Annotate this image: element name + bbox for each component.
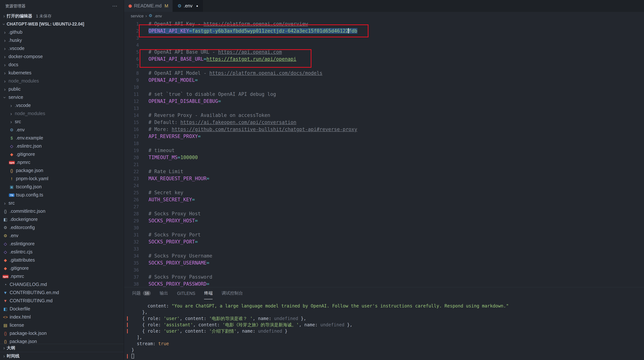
- tree-folder-.vscode[interactable]: ›.vscode: [0, 101, 124, 109]
- code-line-31[interactable]: 31# Socks Proxy Port: [124, 231, 644, 238]
- code-line-2[interactable]: 2OPENAI_API_KEY=fastgpt-y6b3axfbdd5wyp01…: [124, 27, 644, 34]
- terminal-line: },: [132, 309, 644, 316]
- code-line-27[interactable]: 27: [124, 203, 644, 210]
- code-line-38[interactable]: 38SOCKS_PROXY_PASSWORD=: [124, 281, 644, 287]
- tree-file-.dockerignore[interactable]: ◧.dockerignore: [0, 215, 124, 224]
- code-line-30[interactable]: 30: [124, 224, 644, 231]
- tree-folder-src[interactable]: ›src: [0, 118, 124, 126]
- code-line-14[interactable]: 14# Reverse Proxy - Available on accessT…: [124, 112, 644, 119]
- tree-file-CHANGELOG.md[interactable]: ◔CHANGELOG.md: [0, 281, 124, 289]
- code-line-37[interactable]: 37# Socks Proxy Password: [124, 273, 644, 281]
- tree-file-.eslintrc.json[interactable]: ◇.eslintrc.json: [0, 142, 124, 150]
- timeline-section[interactable]: › 时间线: [0, 352, 124, 360]
- tree-folder-service[interactable]: ›service: [0, 93, 124, 101]
- line-number: 25: [124, 189, 139, 196]
- tree-file-.npmrc[interactable]: npm.npmrc: [0, 272, 124, 281]
- outline-section[interactable]: › 大纲: [0, 344, 124, 352]
- code-line-15[interactable]: 15# Default: https://ai.fakeopen.com/api…: [124, 119, 644, 126]
- tree-file-.editorconfig[interactable]: ⚙.editorconfig: [0, 224, 124, 232]
- tree-folder-docker-compose[interactable]: ›docker-compose: [0, 52, 124, 61]
- panel-tab-output[interactable]: 输出: [160, 288, 168, 299]
- breadcrumb-folder[interactable]: service: [131, 13, 144, 18]
- panel-tab-debug-console[interactable]: 调试控制台: [222, 288, 243, 299]
- tab-env[interactable]: ⚙ .env ●: [173, 0, 203, 12]
- tree-file-.eslintignore[interactable]: ◇.eslintignore: [0, 240, 124, 248]
- code-line-16[interactable]: 16# More: https://github.com/transitive-…: [124, 126, 644, 133]
- tree-file-index.html[interactable]: <>index.html: [0, 313, 124, 321]
- workspace-section[interactable]: › CHATGPT-WEB [WSL: UBUNTU-22.04]: [0, 20, 124, 28]
- code-line-8[interactable]: 8# OpenAI API Model - https://platform.o…: [124, 69, 644, 77]
- tree-file-package.json[interactable]: {}package.json: [0, 338, 124, 344]
- tree-file-.gitattributes[interactable]: ◆.gitattributes: [0, 256, 124, 264]
- code-editor[interactable]: 1# OpenAI API Key - https://platform.ope…: [124, 19, 644, 287]
- code-line-32[interactable]: 32SOCKS_PROXY_PORT=: [124, 238, 644, 245]
- panel-tab-gitlens[interactable]: GITLENS: [177, 288, 195, 299]
- tree-folder-.github[interactable]: ›.github: [0, 28, 124, 36]
- tree-folder-node_modules[interactable]: ›node_modules: [0, 109, 124, 118]
- tree-file-.gitignore[interactable]: ◆.gitignore: [0, 150, 124, 158]
- tab-readme-md[interactable]: README.md M: [124, 0, 173, 12]
- code-line-6[interactable]: 6OPENAI_API_BASE_URL=https://fastgpt.run…: [124, 55, 644, 62]
- code-line-17[interactable]: 17API_REVERSE_PROXY=: [124, 133, 644, 140]
- tree-file-Dockerfile[interactable]: ◧Dockerfile: [0, 305, 124, 313]
- code-line-33[interactable]: 33: [124, 245, 644, 252]
- tree-file-.env[interactable]: ⚙.env: [0, 126, 124, 134]
- excl-icon: !: [8, 176, 15, 181]
- more-actions-icon[interactable]: ⋯: [112, 3, 118, 9]
- code-line-34[interactable]: 34# Socks Proxy Username: [124, 252, 644, 259]
- tree-folder-.vscode[interactable]: ›.vscode: [0, 44, 124, 52]
- code-line-3[interactable]: 3: [124, 34, 644, 41]
- open-editors-section[interactable]: › 打开的编辑器 1 未保存: [0, 12, 124, 20]
- tree-folder-public[interactable]: ›public: [0, 85, 124, 93]
- tree-file-.npmrc[interactable]: npm.npmrc: [0, 158, 124, 166]
- code-line-29[interactable]: 29SOCKS_PROXY_HOST=: [124, 217, 644, 224]
- code-line-4[interactable]: 4: [124, 41, 644, 48]
- tree-folder-.husky[interactable]: ›.husky: [0, 36, 124, 44]
- code-line-13[interactable]: 13: [124, 105, 644, 112]
- code-line-7[interactable]: 7: [124, 62, 644, 69]
- tree-file-tsup.config.ts[interactable]: TStsup.config.ts: [0, 191, 124, 199]
- tree-file-CONTRIBUTING.en.md[interactable]: ▼CONTRIBUTING.en.md: [0, 289, 124, 297]
- code-line-28[interactable]: 28# Socks Proxy Host: [124, 210, 644, 217]
- code-line-20[interactable]: 20TIMEOUT_MS=100000: [124, 154, 644, 161]
- code-line-26[interactable]: 26AUTH_SECRET_KEY=: [124, 196, 644, 203]
- code-line-11[interactable]: 11# set `true` to disable OpenAI API deb…: [124, 91, 644, 98]
- tree-file-pnpm-lock.yaml[interactable]: !pnpm-lock.yaml: [0, 175, 124, 183]
- terminal-output[interactable]: content: "You are ChatGPT, a large langu…: [124, 299, 644, 360]
- tree-folder-node_modules[interactable]: ›node_modules: [0, 77, 124, 85]
- code-line-18[interactable]: 18: [124, 140, 644, 147]
- code-line-5[interactable]: 5# OpenAI API Base URL - https://api.ope…: [124, 48, 644, 55]
- tree-file-license[interactable]: ▤license: [0, 321, 124, 329]
- code-line-24[interactable]: 24: [124, 182, 644, 189]
- tree-file-package.json[interactable]: {}package.json: [0, 166, 124, 175]
- tree-item-label: license: [10, 323, 24, 328]
- tree-file-.eslintrc.cjs[interactable]: ◇.eslintrc.cjs: [0, 248, 124, 256]
- code-line-21[interactable]: 21: [124, 161, 644, 168]
- code-line-23[interactable]: 23MAX_REQUEST_PER_HOUR=: [124, 175, 644, 182]
- terminal-line: { role: 'user', content: '介绍下剧情', name: …: [132, 328, 644, 335]
- code-line-12[interactable]: 12OPENAI_API_DISABLE_DEBUG=: [124, 98, 644, 105]
- code-line-22[interactable]: 22# Rate Limit: [124, 168, 644, 175]
- tree-file-CONTRIBUTING.md[interactable]: ▼CONTRIBUTING.md: [0, 297, 124, 305]
- code-line-19[interactable]: 19# timeout: [124, 147, 644, 154]
- npm-icon: npm: [2, 275, 8, 278]
- code-line-35[interactable]: 35SOCKS_PROXY_USERNAME=: [124, 259, 644, 266]
- code-line-10[interactable]: 10: [124, 84, 644, 91]
- panel-tab-terminal[interactable]: 终端: [204, 288, 213, 299]
- tree-folder-docs[interactable]: ›docs: [0, 61, 124, 69]
- panel-tab-problems[interactable]: 问题 16: [132, 288, 151, 299]
- tree-file-tsconfig.json[interactable]: ▣tsconfig.json: [0, 183, 124, 191]
- tree-file-.gitignore[interactable]: ◆.gitignore: [0, 264, 124, 272]
- tree-file-package-lock.json[interactable]: {}package-lock.json: [0, 329, 124, 338]
- code-line-1[interactable]: 1# OpenAI API Key - https://platform.ope…: [124, 20, 644, 27]
- tree-file-.env[interactable]: ⚙.env: [0, 232, 124, 240]
- tree-file-.env.example[interactable]: $.env.example: [0, 134, 124, 142]
- code-line-9[interactable]: 9OPENAI_API_MODEL=: [124, 77, 644, 84]
- chevron-right-icon: ›: [8, 119, 14, 124]
- breadcrumb-file[interactable]: .env: [154, 13, 162, 18]
- tree-folder-kubernetes[interactable]: ›kubernetes: [0, 69, 124, 77]
- code-line-25[interactable]: 25# Secret key: [124, 189, 644, 196]
- code-line-36[interactable]: 36: [124, 266, 644, 273]
- tree-file-.commitlintrc.json[interactable]: {}.commitlintrc.json: [0, 207, 124, 215]
- tree-folder-src[interactable]: ›src: [0, 199, 124, 207]
